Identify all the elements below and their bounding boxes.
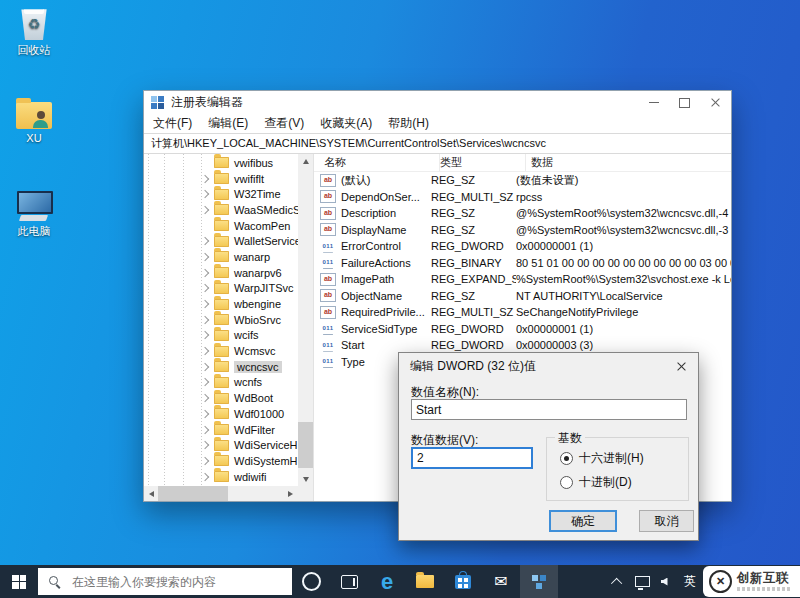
tree-item-wdf01000[interactable]: Wdf01000	[144, 406, 298, 422]
desktop-icon-this-pc[interactable]: 此电脑	[1, 187, 67, 239]
menu-view[interactable]: 查看(V)	[256, 115, 312, 132]
tree-item-waasmedic[interactable]: WaaSMedicS	[144, 202, 298, 218]
chevron-right-icon[interactable]	[201, 284, 209, 292]
chevron-right-icon[interactable]	[201, 457, 209, 465]
chevron-right-icon[interactable]	[201, 378, 209, 386]
tree-item-wbiosrvc[interactable]: WbioSrvc	[144, 312, 298, 328]
search-input[interactable]	[70, 574, 292, 590]
menu-help[interactable]: 帮助(H)	[380, 115, 437, 132]
tree-item-wcifs[interactable]: wcifs	[144, 328, 298, 344]
tree-item-wcmsvc[interactable]: Wcmsvc	[144, 343, 298, 359]
desktop-icon-user-folder[interactable]: XU	[1, 96, 67, 144]
value-name-input[interactable]	[411, 399, 687, 420]
chevron-right-icon[interactable]	[201, 174, 209, 182]
value-data-input[interactable]	[411, 447, 533, 469]
address-bar[interactable]: 计算机\HKEY_LOCAL_MACHINE\SYSTEM\CurrentCon…	[144, 133, 731, 154]
reg-sz-icon: ab	[320, 223, 336, 236]
cancel-button[interactable]: 取消	[639, 510, 694, 532]
chevron-right-icon[interactable]	[201, 410, 209, 418]
scrollbar-thumb[interactable]	[298, 422, 313, 468]
tree-item-warpjitsvc[interactable]: WarpJITSvc	[144, 281, 298, 297]
tree-item-wdboot[interactable]: WdBoot	[144, 390, 298, 406]
tree-item-wanarp[interactable]: wanarp	[144, 249, 298, 265]
chevron-right-icon[interactable]	[201, 268, 209, 276]
column-header-data[interactable]: 数据	[526, 154, 731, 171]
task-view-button[interactable]	[330, 565, 368, 598]
regedit-taskbar-button[interactable]	[520, 565, 558, 598]
regedit-app-icon	[151, 96, 165, 110]
tree-item-wbengine[interactable]: wbengine	[144, 296, 298, 312]
menu-favorites[interactable]: 收藏夹(A)	[312, 115, 380, 132]
value-row[interactable]: abDescriptionREG_SZ@%SystemRoot%\system3…	[314, 205, 731, 222]
tree-item-wanarpv6[interactable]: wanarpv6	[144, 265, 298, 281]
value-row[interactable]: 011FailureActionsREG_BINARY80 51 01 00 0…	[314, 255, 731, 272]
menu-bar: 文件(F) 编辑(E) 查看(V) 收藏夹(A) 帮助(H)	[144, 114, 731, 133]
maximize-button[interactable]	[669, 91, 700, 114]
radio-decimal[interactable]: 十进制(D)	[560, 474, 632, 491]
tree-item-wdisystemhost[interactable]: WdiSystemH	[144, 453, 298, 469]
scroll-down-icon[interactable]	[298, 472, 313, 486]
menu-file[interactable]: 文件(F)	[145, 115, 200, 132]
chevron-right-icon[interactable]	[201, 394, 209, 402]
file-explorer-button[interactable]	[406, 565, 444, 598]
chevron-right-icon[interactable]	[201, 425, 209, 433]
tray-chevron-button[interactable]	[606, 565, 630, 598]
close-button[interactable]	[700, 91, 731, 114]
chevron-right-icon[interactable]	[201, 253, 209, 261]
dialog-close-button[interactable]	[664, 353, 698, 379]
ok-button[interactable]: 确定	[549, 510, 617, 532]
ime-indicator[interactable]: 英	[678, 565, 702, 598]
chevron-right-icon[interactable]	[201, 315, 209, 323]
column-header-name[interactable]: 名称	[314, 154, 440, 171]
chevron-right-icon[interactable]	[201, 472, 209, 480]
network-button[interactable]	[630, 565, 654, 598]
value-row[interactable]: 011ErrorControlREG_DWORD0x00000001 (1)	[314, 238, 731, 255]
chevron-right-icon[interactable]	[201, 190, 209, 198]
tree-item-wdiwifi[interactable]: wdiwifi	[144, 469, 298, 485]
start-button[interactable]	[0, 565, 38, 598]
recycle-bin-icon: ♻	[19, 6, 49, 40]
reg-multi-sz-icon: ab	[320, 306, 336, 319]
value-row[interactable]: 011ServiceSidTypeREG_DWORD0x00000001 (1)	[314, 321, 731, 338]
tree-item-vwifibus[interactable]: vwifibus	[144, 155, 298, 171]
value-row[interactable]: abImagePathREG_EXPAND_SZ%SystemRoot%\Sys…	[314, 271, 731, 288]
chevron-right-icon[interactable]	[201, 206, 209, 214]
taskbar-search[interactable]	[38, 568, 292, 595]
value-row[interactable]: abRequiredPrivile...REG_MULTI_SZSeChange…	[314, 304, 731, 321]
radio-hexadecimal[interactable]: 十六进制(H)	[560, 450, 644, 467]
this-pc-icon	[16, 191, 52, 221]
tree-item-vwififlt[interactable]: vwififlt	[144, 171, 298, 187]
scroll-up-icon[interactable]	[298, 154, 313, 168]
scroll-left-icon[interactable]	[144, 486, 159, 501]
value-row[interactable]: ab(默认)REG_SZ(数值未设置)	[314, 172, 731, 189]
tree-item-wdfilter[interactable]: WdFilter	[144, 422, 298, 438]
tree-vertical-scrollbar[interactable]	[298, 154, 313, 486]
cortana-button[interactable]	[292, 565, 330, 598]
store-button[interactable]	[444, 565, 482, 598]
minimize-button[interactable]	[638, 91, 669, 114]
chevron-right-icon[interactable]	[201, 347, 209, 355]
chevron-right-icon[interactable]	[201, 441, 209, 449]
menu-edit[interactable]: 编辑(E)	[200, 115, 256, 132]
desktop-icon-recycle-bin[interactable]: ♻ 回收站	[1, 6, 67, 58]
tree-item-wdiservicehost[interactable]: WdiServiceH	[144, 437, 298, 453]
chevron-right-icon[interactable]	[201, 237, 209, 245]
tree-item-wcnfs[interactable]: wcnfs	[144, 375, 298, 391]
column-header-type[interactable]: 类型	[440, 154, 526, 171]
value-row[interactable]: abDependOnSer...REG_MULTI_SZrpcss	[314, 189, 731, 206]
tree-item-w32time[interactable]: W32Time	[144, 186, 298, 202]
edge-button[interactable]	[368, 565, 406, 598]
mail-button[interactable]	[482, 565, 520, 598]
volume-button[interactable]	[654, 565, 678, 598]
chevron-right-icon[interactable]	[201, 363, 209, 371]
value-row[interactable]: abDisplayNameREG_SZ@%SystemRoot%\system3…	[314, 222, 731, 239]
tree-item-wcncsvc[interactable]: wcncsvc	[144, 359, 298, 375]
chevron-right-icon[interactable]	[201, 300, 209, 308]
scroll-right-icon[interactable]	[283, 486, 298, 501]
value-row[interactable]: abObjectNameREG_SZNT AUTHORITY\LocalServ…	[314, 288, 731, 305]
tree-horizontal-scrollbar[interactable]	[144, 486, 298, 501]
scrollbar-thumb[interactable]	[158, 486, 228, 501]
chevron-right-icon[interactable]	[201, 331, 209, 339]
tree-item-walletservice[interactable]: WalletService	[144, 233, 298, 249]
tree-item-wacompen[interactable]: WacomPen	[144, 218, 298, 234]
